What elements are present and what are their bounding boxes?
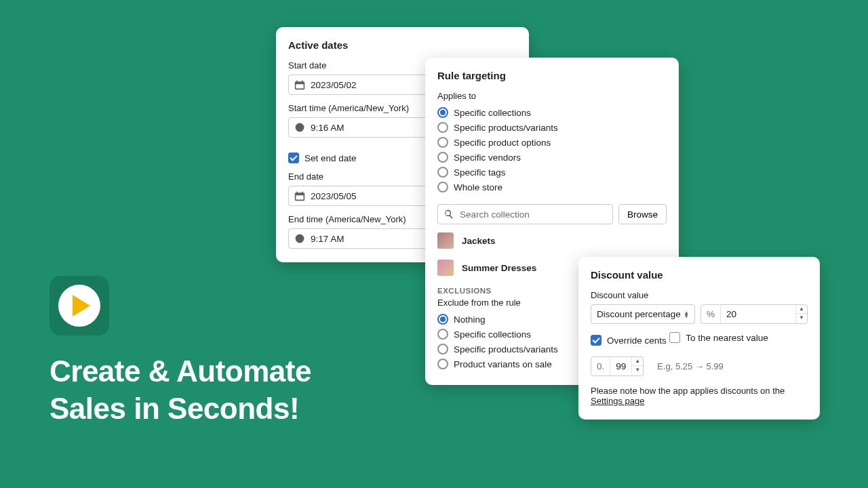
cents-value: 99 (610, 357, 631, 375)
calendar-icon (294, 79, 305, 90)
applies-to-option-label: Specific vendors (454, 152, 521, 163)
applies-to-option[interactable]: Specific collections (437, 105, 667, 120)
card-title: Active dates (288, 39, 517, 51)
applies-to-option-label: Specific collections (454, 108, 531, 118)
exclude-option-label: Nothing (454, 314, 486, 325)
play-icon (58, 285, 100, 327)
applies-to-option[interactable]: Specific tags (437, 165, 667, 180)
set-end-date-label: Set end date (304, 153, 357, 163)
discount-type-select[interactable]: Discount percentage ▲▼ (591, 304, 695, 324)
applies-to-option[interactable]: Specific products/variants (437, 120, 667, 135)
start-time-value: 9:16 AM (311, 123, 344, 133)
exclude-option-label: Specific products/variants (454, 344, 558, 354)
applies-to-option[interactable]: Specific product options (437, 135, 667, 150)
radio-icon (437, 152, 448, 163)
exclude-option-label: Product variants on sale (454, 359, 552, 369)
checkbox-icon (288, 152, 299, 163)
applies-to-option-label: Specific product options (454, 138, 551, 148)
radio-icon (437, 182, 448, 192)
clock-icon (294, 233, 305, 244)
radio-icon (437, 344, 448, 354)
start-date-value: 2023/05/02 (311, 80, 357, 90)
browse-button[interactable]: Browse (618, 204, 667, 224)
applies-to-option-label: Whole store (454, 182, 502, 192)
calendar-icon (294, 190, 305, 201)
override-cents-input[interactable]: 0. 99 ▲▼ (591, 357, 644, 376)
nearest-value-label: To the nearest value (686, 333, 768, 343)
collection-name: Summer Dresses (462, 263, 536, 273)
radio-icon (437, 329, 448, 340)
override-cents-checkbox[interactable]: Override cents (591, 335, 667, 346)
percent-prefix: % (701, 305, 721, 323)
radio-icon (437, 122, 448, 133)
radio-icon (437, 107, 448, 118)
discount-value-card: Discount value Discount value Discount p… (578, 257, 820, 420)
clock-icon (294, 122, 305, 133)
radio-icon (437, 314, 448, 325)
radio-icon (437, 167, 448, 178)
cents-prefix: 0. (591, 357, 610, 375)
override-example: E.g, 5.25 → 5.99 (657, 361, 724, 371)
override-cents-label: Override cents (607, 336, 667, 346)
radio-icon (437, 137, 448, 148)
chevron-updown-icon: ▲▼ (684, 311, 689, 318)
settings-page-link[interactable]: Settings page (591, 396, 645, 406)
discount-percent-value: 20 (721, 305, 795, 323)
card-title: Rule targeting (437, 70, 667, 81)
card-title: Discount value (591, 269, 808, 281)
set-end-date-checkbox[interactable]: Set end date (288, 152, 357, 163)
discount-type-selected: Discount percentage (597, 309, 681, 319)
stepper-icon[interactable]: ▲▼ (631, 357, 643, 375)
applies-to-label: Applies to (437, 91, 667, 101)
applies-to-option[interactable]: Specific vendors (437, 150, 667, 165)
search-collection-input[interactable]: Search collection (437, 204, 613, 224)
app-logo (50, 276, 109, 336)
applies-to-option-label: Specific tags (454, 167, 506, 178)
end-date-value: 2023/05/05 (311, 191, 357, 201)
applies-to-option[interactable]: Whole store (437, 180, 667, 195)
hero-headline: Create & AutomateSales in Seconds! (50, 352, 311, 427)
end-time-value: 9:17 AM (311, 234, 344, 244)
radio-icon (437, 359, 448, 369)
nearest-value-checkbox[interactable]: To the nearest value (669, 332, 768, 343)
collection-item[interactable]: Jackets (437, 224, 667, 251)
collection-thumbnail (437, 232, 454, 249)
discount-value-label: Discount value (591, 290, 808, 300)
discount-note: Please note how the app applies discount… (591, 386, 808, 406)
discount-percent-input[interactable]: % 20 ▲▼ (701, 304, 808, 324)
collection-name: Jackets (462, 236, 496, 246)
checkbox-icon (591, 335, 601, 346)
collection-thumbnail (437, 260, 454, 276)
search-icon (443, 209, 454, 220)
checkbox-icon (669, 332, 680, 343)
applies-to-option-label: Specific products/variants (454, 123, 558, 133)
stepper-icon[interactable]: ▲▼ (795, 305, 807, 323)
search-placeholder: Search collection (460, 209, 530, 220)
exclude-option-label: Specific collections (454, 329, 531, 340)
